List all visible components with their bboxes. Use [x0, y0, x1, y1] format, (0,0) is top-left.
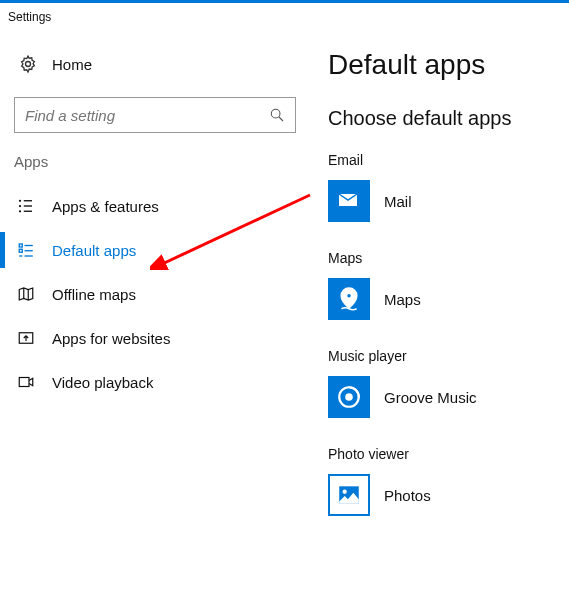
category-label: Maps: [328, 250, 569, 266]
nav-label: Video playback: [52, 374, 153, 391]
defaults-icon: [16, 240, 36, 260]
svg-rect-18: [19, 378, 29, 387]
list-icon: [16, 196, 36, 216]
default-app-maps[interactable]: Maps: [328, 278, 569, 320]
window-title: Settings: [8, 10, 51, 24]
music-disc-icon: [336, 384, 362, 410]
nav-label: Offline maps: [52, 286, 136, 303]
default-app-email[interactable]: Mail: [328, 180, 569, 222]
home-label: Home: [52, 56, 92, 73]
svg-point-20: [346, 293, 351, 298]
search-input[interactable]: [25, 107, 269, 124]
open-in-app-icon: [16, 328, 36, 348]
default-app-photos[interactable]: Photos: [328, 474, 569, 516]
default-app-music[interactable]: Groove Music: [328, 376, 569, 418]
category-music: Music player Groove Music: [328, 348, 569, 418]
left-pane: Home Apps Apps & fe: [0, 31, 310, 603]
svg-rect-11: [19, 249, 22, 252]
category-label: Email: [328, 152, 569, 168]
nav-label: Apps for websites: [52, 330, 170, 347]
gear-icon: [18, 54, 38, 74]
nav-item-apps-websites[interactable]: Apps for websites: [0, 316, 310, 360]
right-pane: Default apps Choose default apps Email M…: [310, 31, 569, 603]
svg-point-24: [343, 490, 347, 494]
photo-icon: [336, 482, 362, 508]
app-name: Mail: [384, 193, 412, 210]
page-title: Default apps: [328, 49, 569, 81]
nav-label: Apps & features: [52, 198, 159, 215]
app-name: Groove Music: [384, 389, 477, 406]
app-name: Photos: [384, 487, 431, 504]
section-label: Apps: [0, 153, 310, 170]
svg-point-22: [346, 394, 351, 399]
category-label: Photo viewer: [328, 446, 569, 462]
nav-item-apps-features[interactable]: Apps & features: [0, 184, 310, 228]
svg-rect-9: [19, 244, 22, 247]
groove-tile: [328, 376, 370, 418]
home-button[interactable]: Home: [0, 43, 310, 85]
nav-item-video-playback[interactable]: Video playback: [0, 360, 310, 404]
video-icon: [16, 372, 36, 392]
svg-point-1: [271, 109, 280, 118]
nav-label: Default apps: [52, 242, 136, 259]
search-box[interactable]: [14, 97, 296, 133]
title-bar: Settings: [0, 3, 569, 31]
category-maps: Maps Maps: [328, 250, 569, 320]
search-icon: [269, 107, 285, 123]
svg-line-2: [279, 117, 283, 121]
category-photos: Photo viewer Photos: [328, 446, 569, 516]
location-icon: [336, 286, 362, 312]
app-name: Maps: [384, 291, 421, 308]
mail-tile: [328, 180, 370, 222]
map-icon: [16, 284, 36, 304]
nav-item-default-apps[interactable]: Default apps: [0, 228, 310, 272]
svg-point-0: [26, 62, 31, 67]
photos-tile: [328, 474, 370, 516]
maps-tile: [328, 278, 370, 320]
nav-item-offline-maps[interactable]: Offline maps: [0, 272, 310, 316]
category-label: Music player: [328, 348, 569, 364]
category-email: Email Mail: [328, 152, 569, 222]
page-subtitle: Choose default apps: [328, 107, 569, 130]
mail-icon: [336, 188, 362, 214]
